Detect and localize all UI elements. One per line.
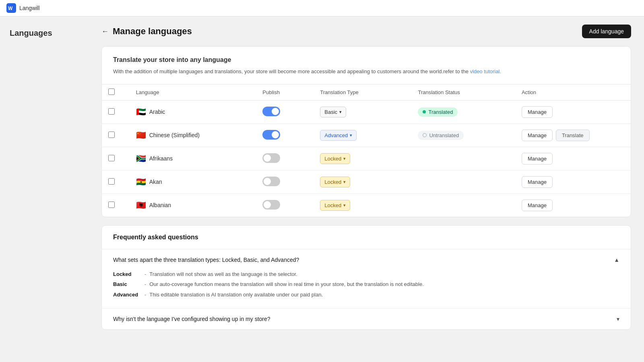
- table-row: 🇿🇦 Afrikaans Locked ▾ Manage: [102, 147, 631, 170]
- language-name-cell: 🇬🇭 Akan: [136, 178, 250, 186]
- flag-icon-afrikaans: 🇿🇦: [136, 154, 146, 162]
- faq-question-row-0[interactable]: What sets apart the three translation ty…: [102, 249, 631, 270]
- top-bar: W Langwill: [0, 0, 644, 16]
- language-name-akan: Akan: [149, 179, 162, 185]
- table-row: 🇬🇭 Akan Locked ▾ Manage: [102, 170, 631, 193]
- th-select-all: [102, 84, 130, 100]
- action-cell-albanian: Manage: [522, 200, 624, 211]
- app-name: Langwill: [19, 5, 40, 11]
- flag-icon-albanian: 🇦🇱: [136, 201, 146, 209]
- select-all-checkbox[interactable]: [108, 88, 115, 95]
- intro-description: With the addition of multiple languages …: [113, 68, 619, 76]
- faq-question-row-1[interactable]: Why isn't the language I've configured s…: [102, 309, 631, 329]
- sidebar-page-title: Languages: [0, 21, 89, 46]
- action-cell-akan: Manage: [522, 176, 624, 188]
- language-name-cell: 🇿🇦 Afrikaans: [136, 154, 250, 162]
- type-badge-albanian[interactable]: Locked ▾: [320, 200, 350, 211]
- toggle-slider-afrikaans: [262, 153, 280, 163]
- publish-toggle-wrap-afrikaans: [262, 153, 280, 163]
- publish-toggle-albanian[interactable]: [262, 200, 280, 210]
- row-checkbox-arabic[interactable]: [108, 108, 115, 115]
- faq-term: Locked: [113, 270, 141, 278]
- language-name-cell: 🇦🇱 Albanian: [136, 201, 250, 209]
- faq-chevron-0: ▲: [614, 257, 619, 263]
- manage-button-chinese-simplified[interactable]: Manage: [522, 130, 553, 141]
- publish-toggle-chinese-simplified[interactable]: [262, 130, 280, 140]
- intro-description-text: With the addition of multiple languages …: [113, 68, 470, 74]
- publish-toggle-arabic[interactable]: [262, 107, 280, 116]
- type-chevron-akan: ▾: [343, 179, 346, 185]
- th-translation-type: Translation Type: [314, 84, 411, 100]
- language-name-chinese-simplified: Chinese (Simplified): [149, 132, 200, 138]
- faq-term: Basic: [113, 280, 141, 288]
- row-checkbox-afrikaans[interactable]: [108, 155, 115, 161]
- table-header-row: Language Publish Translation Type Transl…: [102, 84, 631, 100]
- toggle-slider-akan: [262, 177, 280, 186]
- faq-def: This editable translation is AI translat…: [149, 291, 323, 299]
- faq-answer-row: Locked - Translation will not show as we…: [113, 270, 619, 278]
- table-row: 🇦🇪 Arabic Basic ▾ Translated Manage: [102, 100, 631, 123]
- th-action: Action: [515, 84, 631, 100]
- flag-icon-akan: 🇬🇭: [136, 178, 146, 186]
- video-tutorial-link[interactable]: video tutorial.: [470, 68, 501, 74]
- header-row: ← Manage languages Add language: [101, 25, 631, 38]
- language-name-cell: 🇦🇪 Arabic: [136, 108, 250, 116]
- main-card: Translate your store into any language W…: [101, 46, 631, 217]
- faq-dash: -: [144, 270, 146, 278]
- intro-section: Translate your store into any language W…: [102, 47, 631, 84]
- faq-dash: -: [144, 280, 146, 288]
- type-badge-arabic[interactable]: Basic ▾: [320, 107, 346, 117]
- type-badge-afrikaans[interactable]: Locked ▾: [320, 153, 350, 164]
- faq-term: Advanced: [113, 291, 141, 299]
- faq-question-0: What sets apart the three translation ty…: [113, 257, 299, 263]
- action-cell-chinese-simplified: ManageTranslate: [522, 130, 624, 141]
- type-badge-chinese-simplified[interactable]: Advanced ▾: [320, 130, 357, 141]
- language-name-albanian: Albanian: [149, 202, 171, 208]
- faq-dash: -: [144, 291, 146, 299]
- publish-toggle-afrikaans[interactable]: [262, 153, 280, 163]
- sidebar: Languages: [0, 16, 89, 362]
- flag-icon-arabic: 🇦🇪: [136, 108, 146, 116]
- row-checkbox-chinese-simplified[interactable]: [108, 132, 115, 138]
- publish-toggle-wrap-arabic: [262, 107, 280, 116]
- publish-toggle-wrap-albanian: [262, 200, 280, 210]
- th-publish: Publish: [256, 84, 314, 100]
- language-name-afrikaans: Afrikaans: [149, 155, 173, 162]
- back-button[interactable]: ←: [101, 27, 109, 36]
- header-left: ← Manage languages: [101, 26, 192, 37]
- type-badge-akan[interactable]: Locked ▾: [320, 177, 350, 187]
- table-row: 🇨🇳 Chinese (Simplified) Advanced ▾ Untra…: [102, 123, 631, 147]
- page-title: Manage languages: [113, 26, 192, 37]
- status-badge-chinese-simplified: Untranslated: [418, 131, 464, 140]
- status-dot-chinese-simplified: [423, 133, 427, 137]
- status-badge-arabic: Translated: [418, 107, 458, 117]
- faq-item-0: What sets apart the three translation ty…: [102, 249, 631, 309]
- language-name-arabic: Arabic: [149, 109, 165, 115]
- th-language: Language: [130, 84, 256, 100]
- toggle-slider-arabic: [262, 107, 280, 116]
- faq-section-title: Frequently asked questions: [102, 226, 631, 249]
- add-language-button[interactable]: Add language: [582, 25, 631, 38]
- faq-def: Our auto-coverage function means the tra…: [149, 280, 423, 288]
- faq-card: Frequently asked questions What sets apa…: [101, 225, 631, 330]
- faq-def: Translation will not show as well as the…: [149, 270, 297, 278]
- publish-toggle-wrap-chinese-simplified: [262, 130, 280, 140]
- manage-button-akan[interactable]: Manage: [522, 176, 553, 188]
- faq-item-1: Why isn't the language I've configured s…: [102, 309, 631, 329]
- main-content-area: ← Manage languages Add language Translat…: [89, 16, 644, 362]
- row-checkbox-albanian[interactable]: [108, 202, 115, 208]
- row-checkbox-akan[interactable]: [108, 178, 115, 185]
- type-chevron-arabic: ▾: [339, 109, 342, 115]
- manage-button-arabic[interactable]: Manage: [522, 106, 553, 118]
- translate-button-chinese-simplified[interactable]: Translate: [556, 130, 590, 141]
- language-name-cell: 🇨🇳 Chinese (Simplified): [136, 131, 250, 139]
- manage-button-afrikaans[interactable]: Manage: [522, 153, 553, 165]
- svg-text:W: W: [8, 6, 13, 11]
- action-cell-afrikaans: Manage: [522, 153, 624, 165]
- faq-question-1: Why isn't the language I've configured s…: [113, 316, 270, 322]
- faq-answer-0: Locked - Translation will not show as we…: [102, 270, 631, 309]
- table-row: 🇦🇱 Albanian Locked ▾ Manage: [102, 193, 631, 217]
- type-chevron-afrikaans: ▾: [343, 156, 346, 161]
- publish-toggle-akan[interactable]: [262, 177, 280, 186]
- manage-button-albanian[interactable]: Manage: [522, 200, 553, 211]
